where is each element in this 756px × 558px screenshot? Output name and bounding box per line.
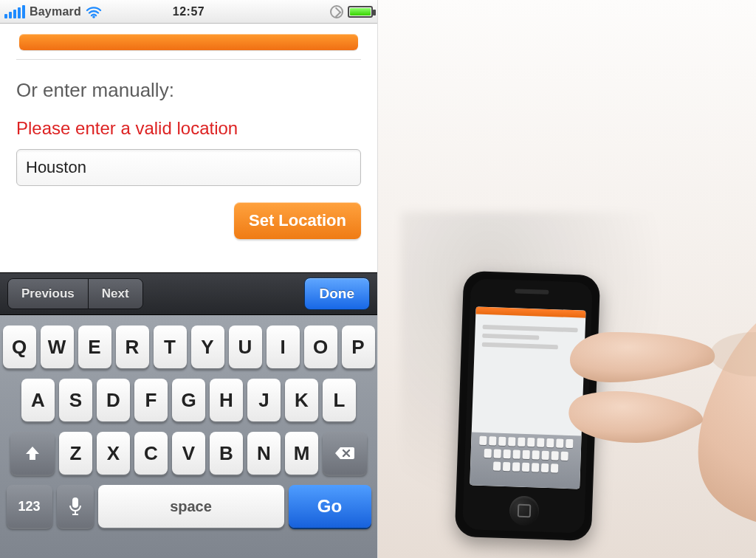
carrier-label: Baymard (30, 5, 81, 18)
key-a[interactable]: A (21, 379, 55, 421)
divider (16, 59, 361, 60)
key-z[interactable]: Z (59, 432, 92, 475)
next-button[interactable]: Next (88, 279, 142, 309)
numbers-key[interactable]: 123 (7, 485, 52, 528)
key-l[interactable]: L (323, 379, 356, 421)
key-s[interactable]: S (59, 379, 92, 421)
header-ribbon (19, 34, 358, 50)
space-key[interactable]: space (98, 485, 284, 528)
key-m[interactable]: M (285, 432, 318, 475)
key-c[interactable]: C (134, 432, 168, 475)
key-k[interactable]: K (285, 379, 318, 421)
key-i[interactable]: I (267, 326, 300, 368)
previous-button[interactable]: Previous (8, 279, 88, 309)
manual-entry-label: Or enter manually: (16, 79, 361, 102)
shift-key[interactable] (10, 432, 55, 475)
go-key[interactable]: Go (289, 485, 371, 528)
context-photo (378, 0, 756, 558)
form-assistant-bar: Previous Next Done (0, 272, 377, 315)
key-u[interactable]: U (229, 326, 262, 368)
key-e[interactable]: E (78, 326, 111, 368)
key-p[interactable]: P (342, 326, 375, 368)
keyboard-row-3: Z X C V B N M (4, 432, 373, 475)
sync-icon (330, 5, 343, 18)
validation-error: Please enter a valid location (16, 118, 361, 139)
key-g[interactable]: G (172, 379, 205, 421)
status-time: 12:57 (173, 5, 205, 18)
key-h[interactable]: H (210, 379, 243, 421)
backspace-key[interactable] (323, 432, 367, 475)
key-t[interactable]: T (154, 326, 187, 368)
key-v[interactable]: V (172, 432, 205, 475)
battery-icon (348, 6, 373, 18)
keyboard-row-1: Q W E R T Y U I O P (4, 326, 373, 368)
svg-point-0 (92, 16, 95, 18)
page-content: Or enter manually: Please enter a valid … (0, 24, 377, 239)
ios-keyboard: Q W E R T Y U I O P A S D F G H J K L (0, 315, 377, 558)
wifi-icon (86, 5, 102, 18)
key-r[interactable]: R (116, 326, 149, 368)
key-f[interactable]: F (134, 379, 168, 421)
svg-point-7 (710, 332, 756, 376)
key-d[interactable]: D (97, 379, 130, 421)
svg-rect-1 (72, 497, 78, 508)
key-o[interactable]: O (304, 326, 337, 368)
location-input[interactable] (16, 149, 361, 186)
iphone-screenshot: Baymard 12:57 Or enter manually: Please … (0, 0, 378, 558)
photo-hand (533, 221, 756, 558)
key-j[interactable]: J (247, 379, 281, 421)
key-n[interactable]: N (247, 432, 281, 475)
status-bar: Baymard 12:57 (0, 0, 377, 24)
key-x[interactable]: X (97, 432, 130, 475)
signal-bars-icon (4, 5, 25, 18)
key-y[interactable]: Y (191, 326, 224, 368)
key-b[interactable]: B (210, 432, 243, 475)
mic-key[interactable] (57, 485, 94, 528)
key-q[interactable]: Q (3, 326, 36, 368)
keyboard-row-4: 123 space Go (4, 485, 373, 528)
keyboard-row-2: A S D F G H J K L (4, 379, 373, 421)
done-button[interactable]: Done (304, 278, 371, 310)
prev-next-segmented: Previous Next (7, 278, 143, 309)
key-w[interactable]: W (41, 326, 74, 368)
set-location-button[interactable]: Set Location (234, 202, 361, 239)
